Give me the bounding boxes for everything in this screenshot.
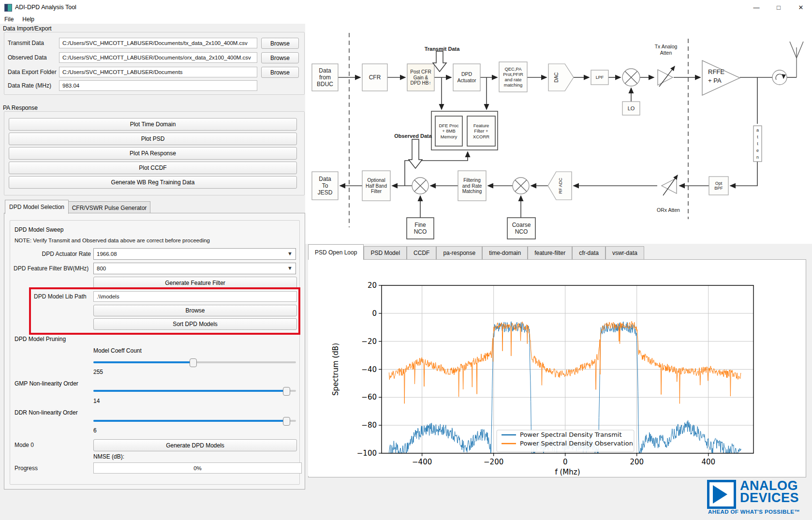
- svg-text:FeatureFilter +XCORR: FeatureFilter +XCORR: [473, 123, 489, 139]
- data-rate-label: Data Rate (MHz): [8, 80, 51, 91]
- sort-dpd-models-button[interactable]: Sort DPD Models: [93, 318, 297, 330]
- chart-tab-vswr-data[interactable]: vswr-data: [605, 246, 644, 260]
- dpd-feature-filter-bw-value: 800: [97, 266, 106, 271]
- maximize-button[interactable]: □: [768, 0, 790, 15]
- y-tick-label: −20: [361, 337, 377, 346]
- generate-wb-reg-training-data-button[interactable]: Generate WB Reg Training Data: [9, 176, 297, 189]
- x-tick-label: −400: [412, 458, 432, 466]
- adi-wordmark: ANALOG DEVICES: [740, 480, 799, 504]
- menu-file[interactable]: File: [0, 16, 18, 23]
- app-window: ADI-DPD Analysis Tool —□✕ FileHelp Data …: [0, 0, 812, 520]
- dpd-feature-filter-bw-label: DPD Feature Filter BW(MHz): [14, 263, 89, 274]
- x-tick-label: 400: [701, 458, 715, 466]
- window-title: ADI-DPD Analysis Tool: [15, 4, 76, 11]
- generate-feature-filter-button[interactable]: Generate Feature Filter: [93, 277, 297, 289]
- svg-text:LO: LO: [628, 105, 635, 111]
- svg-text:FineNCO: FineNCO: [414, 222, 427, 235]
- model-coeff-count-slider[interactable]: [93, 361, 296, 363]
- legend-observation: Power Spectral Density Observation: [520, 440, 633, 447]
- chevron-down-icon[interactable]: ▼: [287, 251, 293, 256]
- svg-text:CFR: CFR: [369, 74, 381, 81]
- close-button[interactable]: ✕: [790, 0, 812, 15]
- model-coeff-count-label: Model Coeff Count: [93, 347, 142, 354]
- slider-thumb[interactable]: [283, 387, 290, 396]
- generate-dpd-models-button[interactable]: Generate DPD Models: [93, 439, 297, 451]
- browse-button-2[interactable]: Browse: [261, 67, 299, 78]
- chart-tab-cfr-data[interactable]: cfr-data: [572, 246, 605, 260]
- ddr-order-value: 6: [93, 427, 97, 434]
- slider-thumb[interactable]: [283, 417, 290, 426]
- svg-text:DAC: DAC: [554, 72, 559, 82]
- data-rate-input[interactable]: 983.04: [59, 80, 257, 91]
- import-row-label-2: Data Export Folder: [8, 67, 57, 77]
- circulator: [772, 70, 787, 85]
- chart-tab-feature-filter[interactable]: feature-filter: [528, 246, 572, 260]
- menu-help[interactable]: Help: [18, 16, 39, 23]
- chart-tab-time-domain[interactable]: time-domain: [482, 246, 528, 260]
- y-tick-label: 20: [368, 281, 377, 290]
- chart-tab-psd-open-loop[interactable]: PSD Open Loop: [308, 244, 364, 260]
- slider-fill: [93, 420, 289, 422]
- browse-models-button[interactable]: Browse: [93, 305, 297, 316]
- y-tick-label: −40: [361, 365, 377, 374]
- svg-text:OptBPF: OptBPF: [714, 181, 723, 191]
- chart-tab-ccdf[interactable]: CCDF: [407, 246, 436, 260]
- svg-text:RFFE: RFFE: [708, 68, 724, 75]
- psd-open-loop-chart: 200−20−40−60−80−100−400−2000200400f (Mhz…: [308, 260, 805, 476]
- svg-text:QEC,PAProt,PFIRand ratematchin: QEC,PAProt,PFIRand ratematching: [503, 66, 523, 88]
- adi-tagline: AHEAD OF WHAT'S POSSIBLE™: [708, 509, 800, 515]
- slider-thumb[interactable]: [190, 358, 197, 367]
- svg-text:Observed Data: Observed Data: [394, 133, 432, 139]
- dpd-actuator-rate-combo[interactable]: 1966.08 ▼: [93, 248, 296, 260]
- tab-cfr-vswr-pulse-generator[interactable]: CFR/VSWR Pulse Generator: [68, 201, 150, 214]
- plot-pa-response-button[interactable]: Plot PA Response: [9, 147, 297, 160]
- y-tick-label: −100: [357, 449, 377, 458]
- nmse-label: NMSE (dB):: [93, 453, 124, 460]
- pa-response-section-label: PA Response: [3, 104, 38, 111]
- slider-fill: [93, 361, 192, 363]
- y-tick-label: −60: [361, 393, 377, 401]
- data-export-folder-input[interactable]: C:/Users/SVC_HMCOTT_LABUSER/Documents: [59, 67, 257, 77]
- progress-label: Progress: [15, 462, 38, 474]
- dpd-model-pruning-label: DPD Model Pruning: [15, 336, 66, 342]
- gmp-order-slider[interactable]: [93, 390, 296, 392]
- browse-button-1[interactable]: Browse: [261, 52, 299, 63]
- x-tick-label: 200: [630, 458, 644, 466]
- dpd-feature-filter-bw-combo[interactable]: 800 ▼: [93, 263, 296, 274]
- ddr-order-slider[interactable]: [93, 420, 296, 422]
- browse-button-0[interactable]: Browse: [261, 38, 299, 49]
- tab-dpd-model-selection[interactable]: DPD Model Selection: [5, 200, 69, 214]
- chart-tab-pa-response[interactable]: pa-response: [436, 246, 482, 260]
- plot-time-domain-button[interactable]: Plot Time Domain: [9, 118, 297, 131]
- y-tick-label: 0: [372, 309, 377, 318]
- import-row-label-0: Transmit Data: [8, 38, 44, 48]
- observed-data-input[interactable]: C:/Users/SVC_HMCOTT_LABUSER/Documents/or…: [59, 52, 257, 63]
- adi-triangle-icon: [707, 480, 736, 509]
- plot-ccdf-button[interactable]: Plot CCDF: [9, 162, 297, 174]
- app-icon: [4, 4, 12, 12]
- analog-devices-logo: ANALOG DEVICES: [707, 480, 799, 509]
- verify-note: NOTE: Verify Transmit and Observed data …: [15, 238, 210, 243]
- title-bar: [0, 0, 812, 15]
- transmit-data-input[interactable]: C:/Users/SVC_HMCOTT_LABUSER/Documents/tx…: [59, 38, 257, 48]
- model-coeff-count-value: 255: [93, 369, 103, 375]
- svg-text:e: e: [756, 148, 759, 153]
- menu-bar: FileHelp: [0, 15, 812, 24]
- y-axis-label: Spectrum (dB): [331, 343, 340, 396]
- chevron-down-icon[interactable]: ▼: [287, 265, 293, 271]
- gmp-order-label: GMP Non-linearity Order: [15, 380, 78, 387]
- chart-tab-psd-model[interactable]: PSD Model: [364, 246, 407, 260]
- dpd-model-lib-path-input[interactable]: .\\models: [93, 291, 297, 302]
- x-tick-label: −200: [484, 458, 503, 466]
- minimize-button[interactable]: —: [745, 0, 768, 15]
- y-tick-label: −80: [361, 421, 377, 430]
- plot-psd-button[interactable]: Plot PSD: [9, 133, 297, 145]
- svg-text:Transmit Data: Transmit Data: [425, 46, 460, 52]
- ddr-order-label: DDR Non-linearity Order: [15, 409, 78, 416]
- svg-text:Tx AnalogAtten: Tx AnalogAtten: [655, 44, 678, 55]
- adi-word-devices: DEVICES: [740, 492, 799, 504]
- observed-data-arrow: [409, 139, 422, 168]
- svg-text:Post CFRGain &DPD HB↑: Post CFRGain &DPD HB↑: [410, 69, 431, 86]
- dpd-model-sweep-label: DPD Model Sweep: [15, 226, 63, 233]
- gmp-order-value: 14: [93, 398, 100, 404]
